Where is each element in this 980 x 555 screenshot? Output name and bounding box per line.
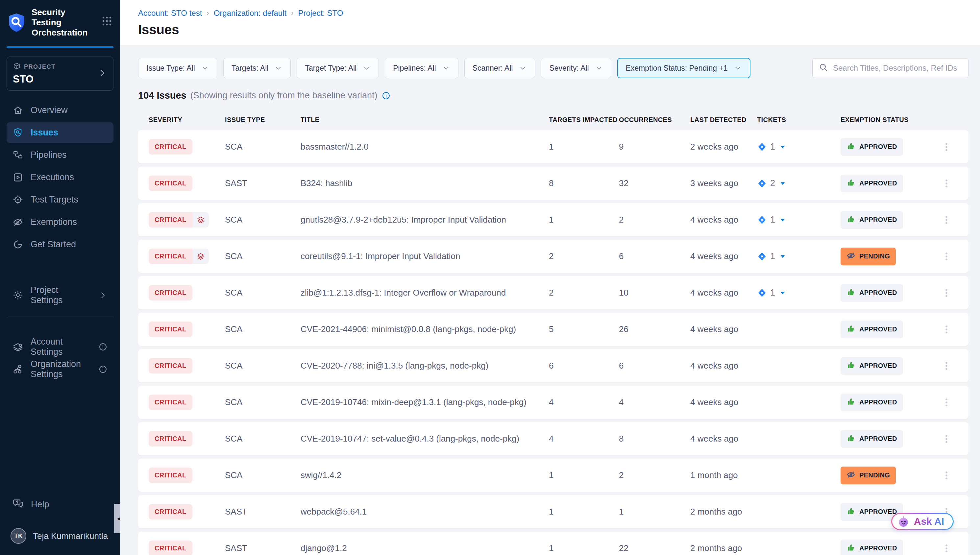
caret-down-icon[interactable] [778,289,787,297]
filter-chip[interactable]: Scanner: All [464,58,536,78]
module-grid-icon[interactable] [101,15,113,28]
table-row[interactable]: CRITICAL SCA swig//1.4.2 1 2 1 month ago… [138,459,969,492]
project-selector[interactable]: PROJECT STO [6,56,114,91]
caret-down-icon[interactable] [778,216,787,224]
info-icon[interactable] [382,91,391,100]
chevron-down-icon [274,64,282,72]
caret-down-icon[interactable] [778,179,787,188]
sidebar-item-organization-settings[interactable]: Organization Settings [6,359,114,379]
filter-chip[interactable]: Targets: All [223,58,291,78]
column-header: TICKETS [757,116,840,124]
table-row[interactable]: CRITICAL SAST B324: hashlib 8 32 3 weeks… [138,167,969,200]
targets-impacted-cell: 8 [549,178,619,188]
severity-badge: CRITICAL [149,285,192,300]
sidebar-item-executions[interactable]: Executions [6,167,114,188]
org-settings-icon [13,364,23,374]
project-name: STO [13,73,97,85]
kebab-icon[interactable] [941,360,959,372]
kebab-icon[interactable] [941,397,959,408]
occurrences-cell: 4 [619,397,690,407]
kebab-icon[interactable] [941,324,959,335]
chevron-down-icon [201,64,209,72]
pipelines-icon [13,149,23,160]
sidebar-item-issues[interactable]: Issues [6,122,114,143]
issue-type-cell: SCA [225,361,301,371]
executions-icon [13,172,23,183]
sidebar-item-account-settings[interactable]: Account Settings [6,336,114,357]
filter-chip[interactable]: Exemption Status: Pending +1 [617,58,751,78]
last-detected-cell: 2 months ago [690,507,757,517]
tickets-cell[interactable]: 1 [757,288,840,298]
breadcrumb-item[interactable]: Organization: default [214,8,286,18]
account-settings-icon [13,341,23,352]
table-row[interactable]: CRITICAL SCA CVE-2021-44906: minimist@0.… [138,313,969,346]
filter-chip[interactable]: Pipelines: All [385,58,458,78]
tickets-cell[interactable]: 1 [757,142,840,152]
app-title: Security Testing Orchestration [32,7,95,38]
chevron-right-icon [97,68,107,79]
sidebar-item-exemptions[interactable]: Exemptions [6,212,114,233]
last-detected-cell: 4 weeks ago [690,361,757,371]
search-input[interactable] [833,63,962,73]
kebab-icon[interactable] [941,251,959,262]
targets-impacted-cell: 4 [549,434,619,444]
kebab-icon[interactable] [941,543,959,554]
issue-type-cell: SAST [225,507,301,517]
sidebar-item-pipelines[interactable]: Pipelines [6,145,114,165]
issue-title: gnutls28@3.7.9-2+deb12u5: Improper Input… [301,215,549,225]
help-label: Help [31,499,49,510]
table-row[interactable]: CRITICAL SCA CVE-2019-10746: mixin-deep@… [138,386,969,419]
breadcrumb-item[interactable]: Project: STO [298,8,343,18]
table-row[interactable]: CRITICAL SCA CVE-2019-10747: set-value@0… [138,422,969,456]
severity-badge: CRITICAL [149,322,192,337]
issue-type-cell: SCA [225,397,301,407]
sidebar-item-project-settings[interactable]: Project Settings [6,285,114,305]
table-row[interactable]: CRITICAL SCA bassmaster//1.2.0 1 9 2 wee… [138,130,969,164]
filter-chip[interactable]: Severity: All [541,58,611,78]
kebab-icon[interactable] [941,287,959,298]
kebab-icon[interactable] [941,470,959,481]
column-header: TITLE [301,116,549,124]
kebab-icon[interactable] [941,141,959,152]
breadcrumb-item[interactable]: Account: STO test [138,8,202,18]
table-row[interactable]: CRITICAL SCA gnutls28@3.7.9-2+deb12u5: I… [138,203,969,236]
get-started-icon [13,239,23,250]
sidebar-item-get-started[interactable]: Get Started [6,234,114,255]
occurrences-cell: 8 [619,434,690,444]
caret-down-icon[interactable] [778,252,787,261]
sidebar-item-overview[interactable]: Overview [6,100,114,121]
table-body: CRITICAL SCA bassmaster//1.2.0 1 9 2 wee… [138,130,969,555]
kebab-icon[interactable] [941,433,959,444]
info-icon[interactable] [98,365,107,374]
issue-type-cell: SCA [225,215,301,225]
search-box[interactable] [812,58,969,78]
table-row[interactable]: CRITICAL SAST django@1.2 1 22 2 months a… [138,532,969,555]
table-row[interactable]: CRITICAL SAST webpack@5.64.1 1 1 2 month… [138,495,969,528]
issue-title: CVE-2019-10747: set-value@0.4.3 (lang-pk… [301,434,549,444]
column-header: EXEMPTION STATUS [840,116,941,124]
filter-chip[interactable]: Issue Type: All [138,58,217,78]
caret-down-icon[interactable] [778,143,787,151]
table-row[interactable]: CRITICAL SCA zlib@1:1.2.13.dfsg-1: Integ… [138,276,969,310]
issue-type-cell: SCA [225,324,301,334]
tickets-cell[interactable]: 1 [757,215,840,225]
filters-row: Issue Type: All Targets: All Target Type… [138,58,969,78]
help-button[interactable]: Help [6,494,114,515]
ask-ai-button[interactable]: Ask AI [891,513,954,530]
table-row[interactable]: CRITICAL SCA CVE-2020-7788: ini@1.3.5 (l… [138,349,969,382]
table-row[interactable]: CRITICAL SCA coreutils@9.1-1: Improper I… [138,240,969,273]
target-icon [13,194,23,205]
page-title: Issues [138,22,980,37]
tickets-cell[interactable]: 1 [757,251,840,261]
tickets-cell[interactable]: 2 [757,178,840,188]
issue-title: CVE-2020-7788: ini@1.3.5 (lang-pkgs, nod… [301,361,549,371]
exemption-status-badge: APPROVED [840,211,903,229]
kebab-icon[interactable] [941,178,959,189]
last-detected-cell: 4 weeks ago [690,288,757,298]
info-icon[interactable] [98,342,107,351]
user-profile[interactable]: TK Teja Kummarikuntla [6,528,114,544]
kebab-icon[interactable] [941,214,959,226]
eye-off-bold-icon [847,470,855,481]
filter-chip[interactable]: Target Type: All [297,58,379,78]
sidebar-item-test-targets[interactable]: Test Targets [6,189,114,210]
